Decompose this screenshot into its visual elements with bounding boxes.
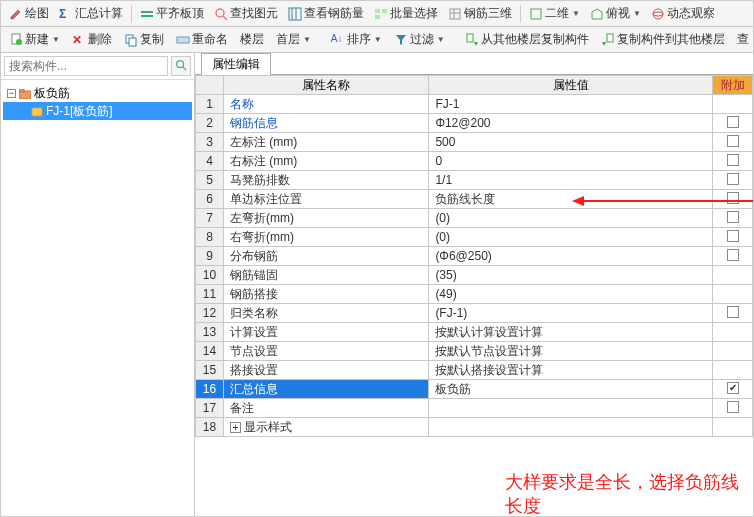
checkbox[interactable] <box>727 154 739 166</box>
delete-icon: ✕ <box>72 33 86 47</box>
property-attach[interactable] <box>713 209 753 228</box>
property-attach[interactable] <box>713 399 753 418</box>
property-value[interactable]: FJ-1 <box>429 95 713 114</box>
property-attach[interactable] <box>713 190 753 209</box>
tool-new[interactable]: 新建▼ <box>5 29 64 50</box>
expand-icon[interactable]: + <box>230 422 241 433</box>
tool-draw[interactable]: 绘图 <box>5 3 53 24</box>
property-value[interactable]: (FJ-1) <box>429 304 713 323</box>
svg-rect-9 <box>375 15 380 19</box>
property-row[interactable]: 10钢筋锚固(35) <box>196 266 753 285</box>
tool-copy-from-floor[interactable]: 从其他楼层复制构件 <box>461 29 593 50</box>
collapse-icon[interactable]: − <box>7 89 16 98</box>
property-value[interactable]: (Φ6@250) <box>429 247 713 266</box>
tool-top-view[interactable]: 俯视▼ <box>586 3 645 24</box>
tool-rename[interactable]: 重命名 <box>172 29 232 50</box>
checkbox[interactable] <box>727 306 739 318</box>
checkbox[interactable] <box>727 173 739 185</box>
property-attach[interactable] <box>713 133 753 152</box>
property-row[interactable]: 1名称FJ-1 <box>196 95 753 114</box>
property-row[interactable]: 6单边标注位置负筋线长度 <box>196 190 753 209</box>
property-row[interactable]: 8右弯折(mm)(0) <box>196 228 753 247</box>
tool-view-rebar[interactable]: 查看钢筋量 <box>284 3 368 24</box>
property-value[interactable]: 板负筋 <box>429 380 713 399</box>
property-attach[interactable] <box>713 152 753 171</box>
tree-root[interactable]: − 板负筋 <box>3 84 192 102</box>
tool-find[interactable]: 查 <box>733 29 753 50</box>
property-value[interactable]: 0 <box>429 152 713 171</box>
checkbox[interactable] <box>727 192 739 204</box>
property-attach[interactable] <box>713 171 753 190</box>
property-value[interactable]: 1/1 <box>429 171 713 190</box>
checkbox[interactable] <box>727 382 739 394</box>
tree-child-fj1[interactable]: FJ-1[板负筋] <box>3 102 192 120</box>
property-row[interactable]: 11钢筋搭接(49) <box>196 285 753 304</box>
row-number: 15 <box>196 361 224 380</box>
property-attach[interactable] <box>713 304 753 323</box>
checkbox[interactable] <box>727 249 739 261</box>
property-row[interactable]: 16汇总信息板负筋 <box>196 380 753 399</box>
property-row[interactable]: 14节点设置按默认节点设置计算 <box>196 342 753 361</box>
property-value[interactable]: (0) <box>429 228 713 247</box>
property-row[interactable]: 3左标注 (mm)500 <box>196 133 753 152</box>
property-row[interactable]: 13计算设置按默认计算设置计算 <box>196 323 753 342</box>
property-value[interactable] <box>429 418 713 437</box>
property-value[interactable]: 500 <box>429 133 713 152</box>
tool-copy[interactable]: 复制 <box>120 29 168 50</box>
property-attach[interactable] <box>713 380 753 399</box>
property-row[interactable]: 12归类名称(FJ-1) <box>196 304 753 323</box>
tool-dyn-view[interactable]: 动态观察 <box>647 3 719 24</box>
search-input[interactable] <box>4 56 168 76</box>
property-row[interactable]: 7左弯折(mm)(0) <box>196 209 753 228</box>
tool-sum-calc[interactable]: Σ汇总计算 <box>55 3 127 24</box>
component-tree[interactable]: − 板负筋 FJ-1[板负筋] <box>1 80 194 516</box>
property-value[interactable]: Φ12@200 <box>429 114 713 133</box>
copy-icon <box>124 33 138 47</box>
property-row[interactable]: 9分布钢筋(Φ6@250) <box>196 247 753 266</box>
property-value[interactable]: (49) <box>429 285 713 304</box>
property-value[interactable]: (35) <box>429 266 713 285</box>
property-attach[interactable] <box>713 247 753 266</box>
property-row[interactable]: 18+显示样式 <box>196 418 753 437</box>
property-row[interactable]: 5马凳筋排数1/1 <box>196 171 753 190</box>
property-row[interactable]: 15搭接设置按默认搭接设置计算 <box>196 361 753 380</box>
row-number: 16 <box>196 380 224 399</box>
tool-rebar-3d[interactable]: 钢筋三维 <box>444 3 516 24</box>
tool-sort[interactable]: A↓排序▼ <box>327 29 386 50</box>
checkbox[interactable] <box>727 116 739 128</box>
tool-2d[interactable]: 二维▼ <box>525 3 584 24</box>
pencil-icon <box>9 7 23 21</box>
checkbox[interactable] <box>727 211 739 223</box>
checkbox[interactable] <box>727 401 739 413</box>
checkbox[interactable] <box>727 135 739 147</box>
tool-filter[interactable]: 过滤▼ <box>390 29 449 50</box>
property-row[interactable]: 4右标注 (mm)0 <box>196 152 753 171</box>
toolbar-secondary: 新建▼ ✕删除 复制 重命名 楼层 首层▼ A↓排序▼ 过滤▼ 从其他楼层复制构… <box>1 27 753 53</box>
tab-property-edit[interactable]: 属性编辑 <box>201 53 271 75</box>
row-number: 2 <box>196 114 224 133</box>
property-value[interactable]: 负筋线长度 <box>429 190 713 209</box>
property-attach[interactable] <box>713 228 753 247</box>
property-value[interactable]: (0) <box>429 209 713 228</box>
property-value[interactable]: 按默认节点设置计算 <box>429 342 713 361</box>
property-row[interactable]: 17备注 <box>196 399 753 418</box>
tool-batch-select[interactable]: 批量选择 <box>370 3 442 24</box>
tool-copy-to-floor[interactable]: 复制构件到其他楼层 <box>597 29 729 50</box>
property-grid[interactable]: 属性名称 属性值 附加 1名称FJ-12钢筋信息Φ12@2003左标注 (mm)… <box>195 75 753 437</box>
property-value[interactable]: 按默认搭接设置计算 <box>429 361 713 380</box>
tool-floor-select[interactable]: 首层▼ <box>272 29 315 50</box>
property-value[interactable]: 按默认计算设置计算 <box>429 323 713 342</box>
property-value[interactable] <box>429 399 713 418</box>
svg-line-24 <box>183 66 186 69</box>
property-attach[interactable] <box>713 114 753 133</box>
row-number: 7 <box>196 209 224 228</box>
svg-rect-20 <box>177 37 189 43</box>
search-icon <box>175 59 187 74</box>
search-button[interactable] <box>171 56 191 76</box>
tool-find-elem[interactable]: 查找图元 <box>210 3 282 24</box>
svg-marker-29 <box>572 196 584 206</box>
property-row[interactable]: 2钢筋信息Φ12@200 <box>196 114 753 133</box>
checkbox[interactable] <box>727 230 739 242</box>
tool-flatten[interactable]: 平齐板顶 <box>136 3 208 24</box>
tool-delete[interactable]: ✕删除 <box>68 29 116 50</box>
